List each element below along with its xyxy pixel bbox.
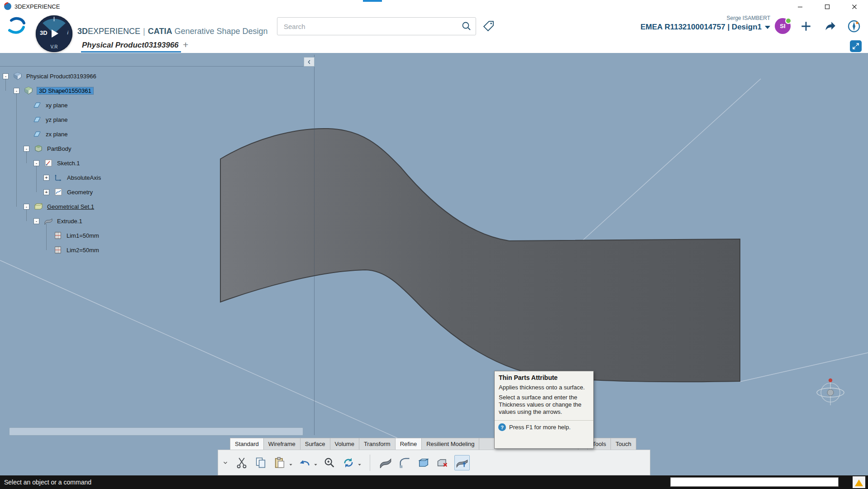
undo-dropdown-caret[interactable] xyxy=(314,460,318,465)
3dexperience-compass[interactable]: 3D V.R i xyxy=(36,15,72,52)
tree-item-label[interactable]: zx plane xyxy=(46,131,67,138)
tab-touch[interactable]: Touch xyxy=(611,438,636,450)
tree-item-label[interactable]: Geometry xyxy=(67,189,93,196)
tree-item-label[interactable]: yz plane xyxy=(46,116,67,123)
paste-dropdown-caret[interactable] xyxy=(289,460,293,465)
new-tab-button[interactable]: + xyxy=(183,39,188,50)
tree-item-label[interactable]: xy plane xyxy=(46,102,67,109)
paste-button[interactable] xyxy=(272,455,287,470)
tree-item-xy-plane[interactable]: xy plane xyxy=(0,98,347,112)
tree-expand-toggle[interactable]: - xyxy=(33,160,39,166)
offset-surface-button[interactable] xyxy=(378,455,393,470)
3d-viewport[interactable]: - Physical Product03193966 - 3D Shape015… xyxy=(0,53,868,475)
undo-button[interactable] xyxy=(297,455,312,470)
close-surface-icon xyxy=(417,456,430,469)
tree-item-label[interactable]: AbsoluteAxis xyxy=(67,174,101,181)
corner-button[interactable] xyxy=(397,455,412,470)
tab-standard[interactable]: Standard xyxy=(230,438,264,450)
add-content-button[interactable] xyxy=(799,19,813,33)
plus-icon xyxy=(800,20,812,33)
cut-button[interactable] xyxy=(234,455,249,470)
tooltip-footer: ? Press F1 for more help. xyxy=(495,420,593,434)
compass-info-label[interactable]: i xyxy=(67,30,68,35)
tab-volume[interactable]: Volume xyxy=(330,438,359,450)
update-icon xyxy=(342,456,355,469)
compass-vr-label[interactable]: V.R xyxy=(36,44,72,49)
tree-item-zx-plane[interactable]: zx plane xyxy=(0,127,347,141)
specification-tree: - Physical Product03193966 - 3D Shape015… xyxy=(0,69,314,268)
share-button[interactable] xyxy=(824,19,837,33)
minimize-button[interactable] xyxy=(790,0,811,13)
tree-expand-toggle[interactable]: + xyxy=(43,189,49,195)
sketch-icon xyxy=(44,159,53,167)
app-title: 3DEXPERIENCE|CATIA Generative Shape Desi… xyxy=(77,27,268,36)
workspace-selector[interactable]: EMEA R1132100014757 | Design1 xyxy=(640,23,770,32)
tree-expand-toggle[interactable]: - xyxy=(24,146,29,152)
thin-parts-attribute-icon xyxy=(456,456,468,469)
tree-horizontal-scrollbar[interactable] xyxy=(9,427,303,436)
tab-surface[interactable]: Surface xyxy=(300,438,330,450)
avatar[interactable]: SI xyxy=(775,18,791,34)
tree-item-label[interactable]: Sketch.1 xyxy=(57,160,80,167)
tree-item-label[interactable]: Extrude.1 xyxy=(57,218,82,225)
application-window: 3DEXPERIENCE 3D V. xyxy=(0,0,868,489)
search-icon[interactable] xyxy=(461,21,472,32)
maximize-button[interactable] xyxy=(817,0,838,13)
tree-item-extrude[interactable]: - Extrude.1 xyxy=(0,214,348,228)
command-input[interactable] xyxy=(670,477,839,487)
search-input[interactable] xyxy=(283,21,457,32)
update-dropdown-caret[interactable] xyxy=(358,460,362,465)
presence-dot xyxy=(785,18,792,24)
tree-item-label[interactable]: Physical Product03193966 xyxy=(26,73,96,80)
update-button[interactable] xyxy=(341,455,356,470)
tree-expand-toggle[interactable]: - xyxy=(14,88,19,94)
extrude-icon xyxy=(44,217,53,225)
tree-item-physical-product[interactable]: - Physical Product03193966 xyxy=(0,69,317,83)
chevron-down-icon xyxy=(222,460,229,466)
limit-icon xyxy=(53,231,62,240)
sew-surface-button[interactable] xyxy=(435,455,450,470)
fullscreen-toggle-button[interactable] xyxy=(850,40,862,52)
toolbar-expand-button[interactable] xyxy=(221,455,230,470)
compass-play-icon[interactable] xyxy=(52,29,58,38)
shape-icon xyxy=(24,86,33,95)
warning-indicator[interactable] xyxy=(853,476,865,488)
tab-refine[interactable]: Refine xyxy=(396,438,422,450)
tree-item-yz-plane[interactable]: yz plane xyxy=(0,112,347,127)
tree-expand-toggle[interactable]: - xyxy=(33,218,39,224)
tree-item-absoluteaxis[interactable]: + AbsoluteAxis xyxy=(0,170,358,185)
copy-button[interactable] xyxy=(253,455,268,470)
geometry-icon xyxy=(54,188,63,196)
help-compass-button[interactable] xyxy=(847,19,861,33)
tab-resilient-modeling[interactable]: Resilient Modeling xyxy=(422,438,479,450)
close-surface-button[interactable] xyxy=(416,455,431,470)
tree-item-geometry[interactable]: + Geometry xyxy=(0,185,358,199)
compass-3d-label[interactable]: 3D xyxy=(40,29,48,36)
tab-transform[interactable]: Transform xyxy=(359,438,396,450)
tree-expand-toggle[interactable]: - xyxy=(3,73,9,79)
tree-item-label[interactable]: Lim1=50mm xyxy=(67,232,99,239)
tooltip: Thin Parts Attribute Applies thickness o… xyxy=(494,371,594,449)
tree-item-label[interactable]: Lim2=50mm xyxy=(67,247,99,254)
document-tab[interactable]: Physical Product03193966 xyxy=(82,39,179,52)
tree-item-partbody[interactable]: - PartBody xyxy=(0,141,338,156)
close-button[interactable] xyxy=(844,0,865,13)
tree-expand-toggle[interactable]: - xyxy=(24,204,29,210)
tree-item-label[interactable]: PartBody xyxy=(47,145,71,152)
tree-collapse-button[interactable] xyxy=(304,57,315,67)
thin-parts-attribute-button[interactable] xyxy=(454,455,470,470)
tree-item-label-selected[interactable]: 3D Shape01550361 xyxy=(37,87,93,94)
tag-icon[interactable] xyxy=(482,20,495,32)
3ds-logo-icon[interactable] xyxy=(5,16,28,36)
tree-item-lim1[interactable]: Lim1=50mm xyxy=(0,228,367,243)
tree-item-geometrical-set[interactable]: - Geometrical Set.1 xyxy=(0,199,338,214)
status-bar: Select an object or a command xyxy=(0,475,868,489)
tree-item-lim2[interactable]: Lim2=50mm xyxy=(0,243,367,257)
tab-wireframe[interactable]: Wireframe xyxy=(264,438,300,450)
tree-item-3d-shape[interactable]: - 3D Shape01550361 xyxy=(0,83,328,98)
tree-item-label-in-work[interactable]: Geometrical Set.1 xyxy=(47,203,94,210)
zoom-fit-button[interactable] xyxy=(322,455,337,470)
tree-expand-toggle[interactable]: + xyxy=(43,175,49,181)
top-accent-bar xyxy=(363,0,382,2)
tree-item-sketch[interactable]: - Sketch.1 xyxy=(0,156,348,170)
